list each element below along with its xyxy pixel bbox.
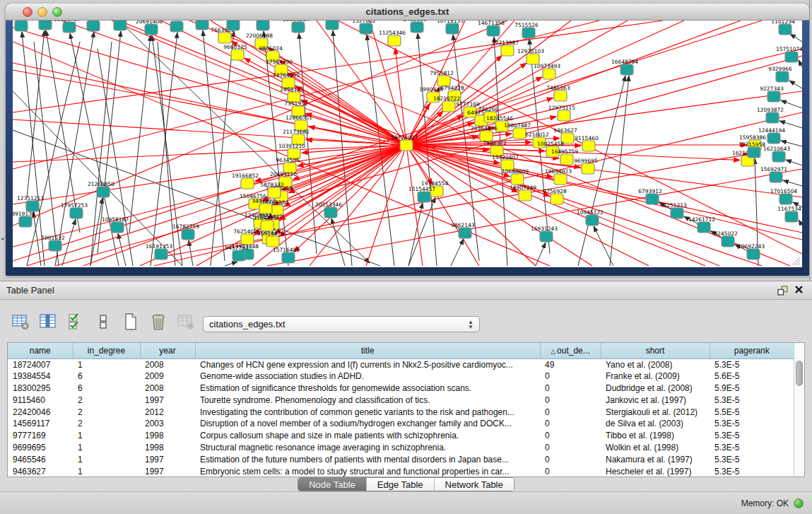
table-cell[interactable]: Structural magnetic resonance image aver… <box>195 442 540 454</box>
edge[interactable] <box>786 160 802 165</box>
table-cell[interactable]: 1997 <box>140 465 195 477</box>
table-cell[interactable]: 2012 <box>140 406 195 418</box>
table-cell[interactable]: 2009 <box>140 370 195 382</box>
node[interactable]: 9862149 <box>106 21 130 30</box>
table-row[interactable]: 946362711997Embryonic stem cells: a mode… <box>8 465 794 477</box>
node[interactable]: 16210643 <box>763 146 790 162</box>
table-cell[interactable]: 0 <box>540 442 601 454</box>
table-cell[interactable]: Tibbo et al. (1998) <box>601 430 710 442</box>
edge[interactable] <box>610 76 629 266</box>
table-cell[interactable]: 9777169 <box>8 430 73 442</box>
table-cell[interactable]: 0 <box>540 465 601 477</box>
column-header-year[interactable]: year <box>140 343 195 358</box>
table-cell[interactable]: Estimation of significance thresholds fo… <box>195 382 540 395</box>
node[interactable]: 15692971 <box>760 166 787 182</box>
attribute-table[interactable]: namein_degreeyeartitle△out_de...shortpag… <box>8 343 794 477</box>
new-table-icon[interactable] <box>120 312 141 332</box>
column-header-title[interactable]: title <box>195 343 540 358</box>
table-cell[interactable]: 2 <box>73 418 140 430</box>
table-cell[interactable]: 9463627 <box>8 465 73 477</box>
edge[interactable] <box>406 49 802 145</box>
selected-node[interactable]: 10688609 <box>502 168 529 185</box>
edge[interactable] <box>594 226 613 266</box>
table-cell[interactable]: 0 <box>540 370 601 382</box>
selected-node[interactable]: 12975103 <box>517 48 544 64</box>
node[interactable]: 5901532 <box>41 235 65 251</box>
edge[interactable] <box>790 34 802 42</box>
table-row[interactable]: 1830029562008Estimation of significance … <box>8 382 794 395</box>
node[interactable]: 10958187 <box>102 216 129 233</box>
edge[interactable] <box>245 58 406 145</box>
table-cell[interactable]: Stergiakouli et al. (2012) <box>601 406 710 418</box>
column-header-pagerank[interactable]: pagerank <box>710 343 794 358</box>
table-cell[interactable]: 5.9E-5 <box>710 382 794 395</box>
table-cell[interactable]: 5.3E-5 <box>710 442 794 454</box>
table-cell[interactable]: Hescheler et al. (1997) <box>601 465 710 477</box>
table-row[interactable]: 1456911722003Disruption of a novel membe… <box>8 418 794 430</box>
table-cell[interactable]: Nakamura et al. (1997) <box>601 453 710 465</box>
selected-node[interactable]: 9115460 <box>575 135 599 151</box>
edge[interactable] <box>189 240 193 266</box>
table-cell[interactable]: 2003 <box>140 418 195 430</box>
node[interactable]: 9227343 <box>760 86 784 102</box>
table-cell[interactable]: 5.3E-5 <box>710 430 794 442</box>
column-header-short[interactable]: short <box>601 343 710 358</box>
node[interactable]: 14261712 <box>688 216 715 233</box>
table-cell[interactable]: 18300295 <box>8 382 73 395</box>
node[interactable]: 10553727 <box>54 21 81 33</box>
tab-edge-table[interactable]: Edge Table <box>367 478 435 491</box>
table-cell[interactable]: 1 <box>73 430 140 442</box>
edge[interactable] <box>34 42 59 266</box>
table-cell[interactable]: 1 <box>73 442 140 454</box>
table-cell[interactable]: 5.3E-5 <box>710 453 794 465</box>
node[interactable]: 1167534 <box>777 206 801 222</box>
table-cell[interactable]: 6 <box>73 370 140 382</box>
table-cell[interactable]: Dudbridge et al. (2008) <box>601 382 710 395</box>
table-cell[interactable]: 19384554 <box>8 370 73 382</box>
network-graph[interactable]: 1872400722006188980602417554300127640952… <box>13 21 802 267</box>
selected-node[interactable]: 9660125 <box>223 44 247 60</box>
table-cell[interactable]: Embryonic stem cells: a model to study s… <box>195 465 540 477</box>
select-columns-icon[interactable] <box>37 312 59 332</box>
table-cell[interactable]: 1997 <box>140 453 195 465</box>
edge[interactable] <box>13 91 182 266</box>
table-cell[interactable]: 5.3E-5 <box>710 394 794 406</box>
selected-node[interactable]: 7955812 <box>430 70 454 86</box>
table-row[interactable]: 1872400712008Changes of HCN gene express… <box>8 358 794 370</box>
table-cell[interactable]: 2008 <box>140 382 195 395</box>
table-row[interactable]: 911546021997Tourette syndrome. Phenomeno… <box>8 394 794 406</box>
selected-node[interactable]: 12975115 <box>548 105 575 121</box>
table-cell[interactable]: Estimation of the future numbers of pati… <box>195 453 540 465</box>
network-window-titlebar[interactable]: citations_edges.txt <box>6 4 809 21</box>
close-panel-icon[interactable] <box>794 285 804 294</box>
edge[interactable] <box>225 262 237 266</box>
table-cell[interactable]: Tourette syndrome. Phenomenology and cla… <box>195 394 540 406</box>
edge[interactable] <box>13 145 406 247</box>
table-cell[interactable]: 2 <box>73 394 140 406</box>
edge[interactable] <box>799 220 802 226</box>
table-selector-dropdown[interactable]: citations_edges.txt ▲▼ <box>203 316 480 332</box>
float-panel-icon[interactable] <box>777 286 788 296</box>
edge[interactable] <box>395 48 406 145</box>
table-cell[interactable]: Changes of HCN gene expression and I(f) … <box>195 358 540 370</box>
node[interactable]: 15236791 <box>187 21 213 30</box>
table-cell[interactable]: Investigating the contribution of common… <box>195 406 540 418</box>
selected-node[interactable]: 12213987 <box>492 40 519 56</box>
node[interactable]: 1101234 <box>771 21 795 35</box>
edge[interactable] <box>406 145 536 266</box>
table-cell[interactable]: 9465546 <box>8 453 73 465</box>
node[interactable]: 9862143 <box>451 222 475 238</box>
edge[interactable] <box>298 145 406 166</box>
node[interactable]: 16931243 <box>531 226 558 242</box>
table-row[interactable]: 977716911998Corpus callosum shape and si… <box>8 430 794 442</box>
set-visible-columns-icon[interactable] <box>65 312 86 332</box>
row-height-icon[interactable] <box>93 312 114 332</box>
table-cell[interactable]: 1 <box>73 358 140 370</box>
table-row[interactable]: 2242004622012Investigating the contribut… <box>8 406 794 418</box>
table-cell[interactable]: Jankovic et al. (1997) <box>601 394 710 406</box>
edge[interactable] <box>151 33 177 266</box>
column-header-out_de[interactable]: △out_de... <box>540 343 601 358</box>
table-cell[interactable]: 1998 <box>140 442 195 454</box>
hidden-panel-arrow-icon[interactable]: ◂ <box>1 235 4 242</box>
table-cell[interactable]: 22420046 <box>8 406 73 418</box>
